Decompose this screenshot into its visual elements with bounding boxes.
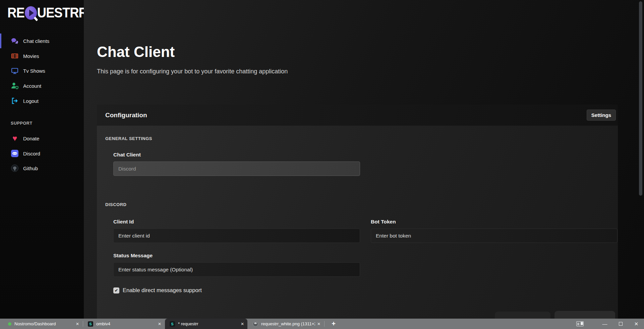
close-tab-icon[interactable]: ✕ (158, 322, 161, 326)
discord-section-heading: DISCORD (105, 202, 126, 207)
chat-client-select[interactable] (113, 161, 360, 176)
bottom-tab-bar: Nostromo/Dashboard ✕ S ombiv4 ✕ S * requ… (0, 319, 644, 329)
discord-icon (10, 149, 19, 158)
panel-body: GENERAL SETTINGS Chat Client DISCORD Cli… (97, 126, 618, 319)
sidebar-item-tv-shows[interactable]: Tv Shows (0, 63, 84, 78)
chat-bubbles-icon (10, 37, 19, 45)
desktop: RE UESTRR Chat clients Movies Tv Shows (0, 0, 644, 329)
tab-nostromo-dashboard[interactable]: Nostromo/Dashboard ✕ (0, 319, 82, 329)
support-section-heading: SUPPORT (11, 121, 33, 126)
sidebar-item-chat-clients[interactable]: Chat clients (0, 34, 84, 48)
sidebar-item-label: Donate (23, 136, 39, 141)
close-tab-icon[interactable]: ✕ (241, 322, 244, 326)
status-message-label: Status Message (113, 253, 153, 259)
sidebar-item-logout[interactable]: Logout (0, 93, 84, 108)
sidebar-item-movies[interactable]: Movies (0, 49, 84, 63)
requestrr-logo[interactable]: RE UESTRR (7, 5, 87, 21)
tab-title: requestrr_white.png (1311×232) (261, 321, 315, 326)
sidebar-item-label: Tv Shows (23, 68, 45, 74)
maximize-button[interactable] (616, 319, 626, 329)
main-content: Chat Client This page is for configuring… (84, 0, 644, 319)
dm-support-checkbox[interactable]: ✔ (113, 287, 119, 293)
minimize-button[interactable]: — (600, 319, 610, 329)
github-icon (10, 164, 19, 173)
panel-header: Configuration Settings (97, 105, 618, 126)
logout-icon (10, 96, 19, 105)
status-message-input[interactable] (113, 262, 360, 277)
tab-title: Nostromo/Dashboard (14, 321, 74, 326)
sidebar-item-discord[interactable]: Discord (0, 146, 84, 161)
panel-title: Configuration (105, 112, 147, 119)
s-logo-favicon: S (170, 321, 175, 327)
logo-text-pre: RE (7, 5, 24, 21)
play-button-icon (25, 6, 37, 19)
tab-requestrr-active[interactable]: S * requestrr ✕ (165, 319, 247, 329)
dm-support-label: Enable direct messages support (123, 287, 202, 293)
client-id-label: Client Id (113, 219, 134, 225)
user-shield-icon (10, 81, 19, 90)
configuration-panel: Configuration Settings GENERAL SETTINGS … (97, 105, 618, 319)
sidebar-item-github[interactable]: Github (0, 161, 84, 176)
sidebar-item-label: Github (23, 166, 38, 171)
page-title: Chat Client (97, 44, 175, 60)
s-logo-favicon: S (88, 321, 93, 327)
tab-title: * requestrr (178, 321, 239, 326)
green-dot-favicon (8, 322, 11, 326)
close-window-button[interactable]: ✕ (631, 319, 641, 329)
bottom-action-button-2[interactable] (554, 311, 615, 319)
sidebar-item-label: Account (23, 83, 41, 89)
page-subtitle: This page is for configuring your bot to… (97, 68, 288, 75)
tv-icon (10, 66, 19, 75)
logo-text-post: UESTRR (37, 5, 87, 21)
heart-icon: ♥ (10, 134, 19, 143)
panel-toggle-icon[interactable] (576, 321, 584, 326)
close-tab-icon[interactable]: ✕ (76, 322, 79, 326)
sidebar-item-label: Discord (23, 151, 40, 156)
sidebar-item-label: Chat clients (23, 38, 49, 44)
new-tab-button[interactable]: + (327, 319, 340, 329)
sidebar-item-account[interactable]: Account (0, 78, 84, 93)
sidebar-item-label: Movies (23, 53, 39, 59)
bot-token-input[interactable] (371, 228, 618, 243)
window-controls: — ✕ (576, 319, 644, 329)
tab-separator (324, 321, 325, 327)
settings-button[interactable]: Settings (587, 110, 616, 121)
tab-title: ombiv4 (96, 321, 156, 326)
tab-ombiv4[interactable]: S ombiv4 ✕ (83, 319, 165, 329)
tab-requestrr-white-png[interactable]: requestrr_white.png (1311×232) ✕ (248, 319, 324, 329)
globe-favicon (253, 321, 258, 327)
maximize-icon (619, 322, 623, 326)
close-tab-icon[interactable]: ✕ (317, 322, 320, 326)
chat-client-label: Chat Client (113, 152, 141, 158)
client-id-input[interactable] (113, 228, 360, 243)
sidebar-item-donate[interactable]: ♥ Donate (0, 131, 84, 146)
vertical-scrollbar[interactable] (639, 1, 642, 196)
general-settings-heading: GENERAL SETTINGS (105, 136, 152, 141)
bottom-action-button-1[interactable] (495, 312, 550, 319)
sidebar: RE UESTRR Chat clients Movies Tv Shows (0, 0, 84, 319)
sidebar-item-label: Logout (23, 98, 39, 104)
bot-token-label: Bot Token (371, 219, 396, 225)
film-icon (10, 52, 19, 60)
dm-support-checkbox-row: ✔ Enable direct messages support (113, 287, 202, 293)
